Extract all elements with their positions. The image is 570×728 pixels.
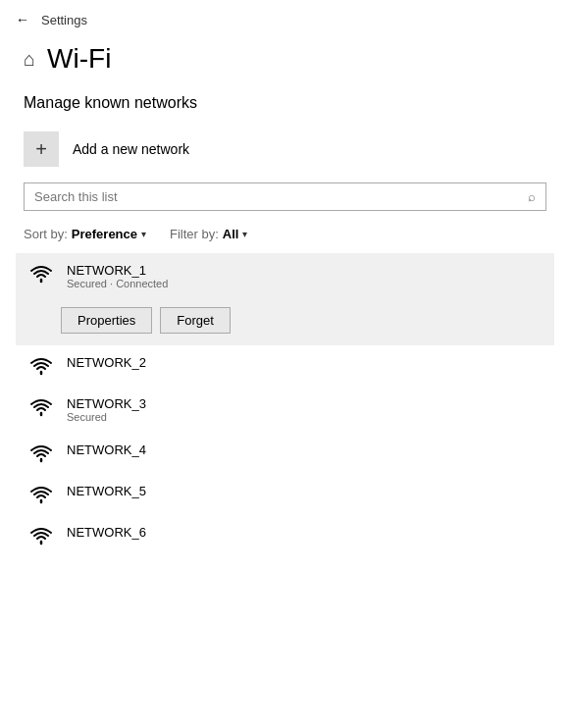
network-item[interactable]: NETWORK_6 [16,515,554,556]
wifi-icon [27,525,55,546]
add-network-row: + Add a new network [0,128,570,182]
network-name: NETWORK_1 [67,263,543,278]
search-icon: ⌕ [528,189,536,204]
forget-button[interactable]: Forget [160,307,231,334]
sort-dropdown[interactable]: Preference ▾ [72,227,146,241]
wifi-icon [27,484,55,505]
filter-chevron-icon: ▾ [242,229,247,239]
section-title: Manage known networks [0,82,570,128]
sort-group: Sort by: Preference ▾ [24,227,146,241]
network-name: NETWORK_4 [67,442,543,457]
sort-value: Preference [72,227,137,241]
wifi-icon [27,396,55,418]
network-name: NETWORK_3 [67,396,543,411]
network-list: NETWORK_1 Secured · Connected Properties… [16,253,554,556]
sort-chevron-icon: ▾ [141,229,146,239]
network-actions: PropertiesForget [16,299,554,345]
add-network-button[interactable]: + [24,131,59,167]
home-icon: ⌂ [24,48,35,71]
network-item[interactable]: NETWORK_3 Secured [16,387,554,433]
back-button[interactable]: ← [16,12,29,27]
add-network-label: Add a new network [73,141,189,157]
network-info: NETWORK_2 [67,355,543,370]
title-bar-text: Settings [41,13,87,27]
wifi-icon [27,442,55,464]
network-info: NETWORK_1 Secured · Connected [67,263,543,289]
wifi-icon [27,355,55,377]
network-item[interactable]: NETWORK_1 Secured · Connected [16,253,554,299]
network-item[interactable]: NETWORK_2 [16,345,554,387]
sort-label: Sort by: [24,227,68,241]
search-input[interactable] [34,189,520,204]
page-title: Wi-Fi [47,43,111,75]
network-sublabel: Secured [67,411,543,423]
wifi-icon [27,263,55,285]
network-name: NETWORK_2 [67,355,543,370]
title-bar: ← Settings [0,0,570,39]
network-name: NETWORK_6 [67,525,543,540]
network-item[interactable]: NETWORK_5 [16,474,554,515]
network-info: NETWORK_5 [67,484,543,498]
network-sublabel: Secured · Connected [67,278,543,289]
network-info: NETWORK_3 Secured [67,396,543,423]
search-bar: ⌕ [24,182,546,211]
network-info: NETWORK_4 [67,442,543,457]
filter-row: Sort by: Preference ▾ Filter by: All ▾ [0,227,570,253]
filter-label: Filter by: [170,227,219,241]
network-item[interactable]: NETWORK_4 [16,433,554,474]
filter-value: All [223,227,239,241]
network-info: NETWORK_6 [67,525,543,540]
network-name: NETWORK_5 [67,484,543,498]
filter-group: Filter by: All ▾ [170,227,247,241]
properties-button[interactable]: Properties [61,307,152,334]
filter-dropdown[interactable]: All ▾ [223,227,248,241]
page-header: ⌂ Wi-Fi [0,39,570,82]
